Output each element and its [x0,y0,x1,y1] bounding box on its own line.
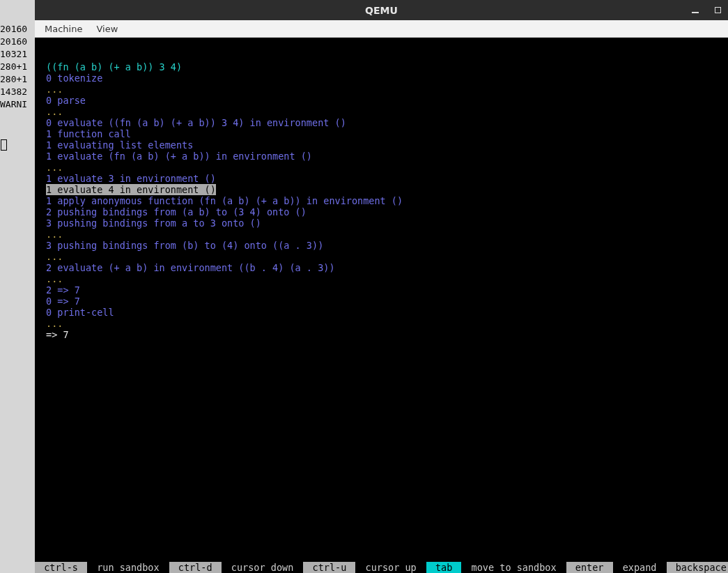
background-terminal-text: 20160 20160 10321 280+1 280+1 14382 WARN… [0,23,27,111]
menu-machine[interactable]: Machine [38,22,89,36]
statusbar-desc: run sandbox [87,562,169,573]
terminal-line: ... [46,229,403,240]
terminal-line: 2 evaluate (+ a b) in environment ((b . … [46,262,403,273]
statusbar-desc: cursor down [222,562,304,573]
window-controls [689,0,724,20]
terminal-line: 2 pushing bindings from (a b) to (3 4) o… [46,206,403,217]
statusbar: ctrl-s run sandbox ctrl-d cursor down ct… [35,562,728,573]
terminal-highlighted-line: 1 evaluate 4 in environment () [46,184,216,195]
desktop: 20160 20160 10321 280+1 280+1 14382 WARN… [0,0,728,573]
terminal-line: 1 evaluate (fn (a b) (+ a b)) in environ… [46,151,403,162]
minimize-button[interactable] [689,4,702,17]
terminal-line: ... [46,318,403,329]
terminal-line: 3 pushing bindings from (b) to (4) onto … [46,240,403,251]
menubar: Machine View [35,20,728,38]
statusbar-key: ctrl-s [35,562,87,573]
terminal[interactable]: ((fn (a b) (+ a b)) 3 4)0 tokenize...0 p… [35,38,728,573]
terminal-line: 0 => 7 [46,296,403,307]
terminal-line: 1 function call [46,128,403,139]
terminal-line: 2 => 7 [46,284,403,296]
statusbar-key: tab [426,562,462,573]
terminal-line: 1 evaluate 3 in environment () [46,173,403,184]
statusbar-desc: cursor up [355,562,426,573]
terminal-line: 3 pushing bindings from a to 3 onto () [46,217,403,229]
terminal-line: 0 evaluate ((fn (a b) (+ a b)) 3 4) in e… [46,117,403,128]
terminal-line: ((fn (a b) (+ a b)) 3 4) [46,61,403,72]
statusbar-key: ctrl-u [303,562,355,573]
window-title: QEMU [365,5,398,16]
maximize-icon [715,7,721,13]
terminal-line: => 7 [46,329,403,340]
terminal-line: 1 apply anonymous function (fn (a b) (+ … [46,195,403,206]
statusbar-key: enter [566,562,613,573]
minimize-icon [692,12,699,13]
maximize-button[interactable] [711,4,724,17]
terminal-line: 1 evaluate 4 in environment () [46,184,403,195]
menu-view[interactable]: View [89,22,125,36]
statusbar-key: backspace [667,562,728,573]
terminal-line: ... [46,106,403,117]
terminal-line: 0 print-cell [46,307,403,318]
terminal-line: 1 evaluating list elements [46,139,403,151]
titlebar: QEMU [35,0,728,20]
terminal-line: ... [46,273,403,284]
statusbar-desc: expand [613,562,667,573]
background-cursor [1,139,7,151]
statusbar-desc: move to sandbox [461,562,566,573]
terminal-line: 0 tokenize [46,72,403,84]
terminal-line: ... [46,162,403,173]
statusbar-key: ctrl-d [169,562,222,573]
qemu-window: QEMU Machine View ((fn (a b) (+ a b)) 3 … [35,0,728,573]
terminal-line: ... [46,251,403,262]
terminal-line: 0 parse [46,95,403,106]
terminal-content: ((fn (a b) (+ a b)) 3 4)0 tokenize...0 p… [46,61,403,340]
terminal-line: ... [46,84,403,95]
